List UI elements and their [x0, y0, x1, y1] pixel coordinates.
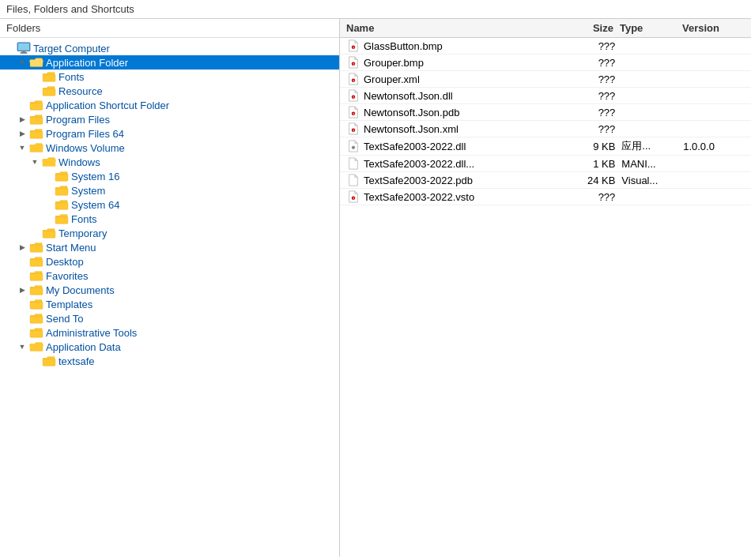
- file-icon: ?: [346, 89, 360, 102]
- svg-text:?: ?: [353, 80, 354, 83]
- expand-btn[interactable]: ▶: [16, 284, 28, 296]
- svg-rect-8: [30, 131, 43, 138]
- expand-btn[interactable]: [28, 85, 41, 97]
- expand-btn[interactable]: [41, 184, 54, 197]
- tree-item-application-data[interactable]: ▼ Application Data: [0, 340, 339, 354]
- expand-btn[interactable]: ▼: [16, 56, 28, 69]
- folder-icon: [28, 141, 44, 154]
- tree-item-label: Application Shortcut Folder: [44, 100, 169, 111]
- svg-rect-21: [43, 359, 55, 366]
- file-size: ???: [568, 57, 621, 69]
- table-row[interactable]: TextSafe2003-2022.dll9 KB应用...1.0.0.0: [340, 137, 751, 156]
- table-row[interactable]: ? Grouper.bmp???: [340, 54, 751, 71]
- main-container: Folders Target Computer▼ Application Fol…: [0, 19, 751, 557]
- tree-item-label: Fonts: [70, 213, 97, 225]
- tree-item-templates[interactable]: Templates: [0, 297, 339, 311]
- expand-btn[interactable]: ▶: [16, 241, 28, 254]
- expand-btn[interactable]: [16, 312, 28, 325]
- file-size: ???: [568, 90, 621, 102]
- col-size-header: Size: [565, 22, 620, 34]
- folder-icon: [28, 284, 44, 296]
- file-name: Grouper.bmp: [364, 57, 568, 69]
- tree-item-target-computer[interactable]: Target Computer: [0, 41, 339, 55]
- expand-btn[interactable]: ▼: [16, 141, 28, 154]
- folder-icon: [28, 326, 44, 339]
- table-row[interactable]: TextSafe2003-2022.pdb24 KBVisual...: [340, 172, 751, 189]
- file-icon: ?: [346, 122, 360, 135]
- expand-btn[interactable]: ▶: [16, 113, 28, 126]
- folder-icon: [28, 127, 44, 140]
- file-name: TextSafe2003-2022.dll: [364, 141, 568, 152]
- expand-btn[interactable]: [16, 99, 28, 111]
- file-size: ???: [568, 107, 621, 118]
- computer-icon: [16, 42, 32, 54]
- expand-btn[interactable]: [41, 170, 54, 182]
- tree-item-program-files[interactable]: ▶ Program Files: [0, 112, 339, 126]
- expand-btn[interactable]: [28, 227, 41, 239]
- expand-btn[interactable]: ▼: [16, 340, 28, 353]
- file-icon: [346, 140, 360, 152]
- tree-item-windows[interactable]: ▼ Windows: [0, 155, 339, 169]
- tree-item-system-64[interactable]: System 64: [0, 197, 339, 212]
- tree-item-start-menu[interactable]: ▶ Start Menu: [0, 240, 339, 254]
- tree-item-temporary[interactable]: Temporary: [0, 226, 339, 240]
- tree-item-send-to[interactable]: Send To: [0, 311, 339, 325]
- tree-item-resource[interactable]: Resource: [0, 84, 339, 98]
- file-size: 1 KB: [568, 158, 621, 170]
- folder-icon: [41, 70, 57, 83]
- expand-btn[interactable]: ▶: [16, 127, 28, 140]
- file-size: 9 KB: [568, 141, 621, 152]
- tree-item-administrative-tools[interactable]: Administrative Tools: [0, 325, 339, 340]
- folder-icon: [41, 156, 57, 168]
- table-row[interactable]: ? TextSafe2003-2022.vsto???: [340, 189, 751, 205]
- folder-icon: [28, 255, 44, 268]
- col-version-header: Version: [682, 22, 745, 34]
- tree-item-textsafe[interactable]: textsafe: [0, 354, 339, 368]
- expand-btn[interactable]: [16, 326, 28, 339]
- tree-item-fonts-win[interactable]: Fonts: [0, 212, 339, 226]
- expand-btn[interactable]: [16, 269, 28, 282]
- folder-icon: [41, 227, 57, 239]
- tree-item-windows-volume[interactable]: ▼ Windows Volume: [0, 141, 339, 155]
- svg-rect-17: [30, 288, 43, 295]
- table-row[interactable]: ? Newtonsoft.Json.pdb???: [340, 104, 751, 121]
- file-size: ???: [568, 73, 621, 85]
- expand-btn[interactable]: [16, 255, 28, 268]
- expand-btn[interactable]: [28, 70, 41, 83]
- expand-btn[interactable]: ▼: [28, 156, 41, 168]
- expand-btn[interactable]: [41, 198, 54, 211]
- expand-btn[interactable]: [41, 212, 54, 225]
- folder-icon: [41, 85, 57, 97]
- tree-item-system[interactable]: System: [0, 183, 339, 197]
- table-row[interactable]: ? Grouper.xml???: [340, 71, 751, 88]
- file-size: ???: [568, 40, 621, 52]
- svg-rect-6: [30, 103, 43, 110]
- expand-btn[interactable]: [28, 355, 41, 367]
- svg-rect-1: [18, 43, 29, 51]
- tree-item-application-shortcut-folder[interactable]: Application Shortcut Folder: [0, 98, 339, 112]
- tree-item-system-16[interactable]: System 16: [0, 169, 339, 183]
- tree-item-application-folder[interactable]: ▼ Application Folder: [0, 55, 339, 70]
- tree-item-program-files-64[interactable]: ▶ Program Files 64: [0, 126, 339, 141]
- folder-icon: [54, 198, 70, 211]
- tree-item-desktop[interactable]: Desktop: [0, 254, 339, 269]
- tree-item-fonts-sub[interactable]: Fonts: [0, 70, 339, 84]
- svg-text:?: ?: [353, 130, 354, 133]
- col-name-header: Name: [346, 22, 565, 34]
- table-row[interactable]: ? GlassButton.bmp???: [340, 38, 751, 54]
- tree-item-label: Administrative Tools: [44, 327, 137, 339]
- svg-text:?: ?: [353, 63, 354, 66]
- svg-rect-20: [30, 330, 43, 337]
- expand-btn[interactable]: [16, 298, 28, 310]
- table-row[interactable]: ? Newtonsoft.Json.dll???: [340, 88, 751, 104]
- expand-btn[interactable]: [3, 42, 16, 54]
- tree-item-label: Application Folder: [44, 57, 128, 69]
- svg-rect-7: [30, 117, 43, 124]
- table-row[interactable]: ? Newtonsoft.Json.xml???: [340, 121, 751, 137]
- tree-item-favorites[interactable]: Favorites: [0, 269, 339, 283]
- folder-icon: [28, 269, 44, 282]
- tree-item-label: Windows Volume: [44, 142, 125, 154]
- table-row[interactable]: TextSafe2003-2022.dll...1 KBMANI...: [340, 156, 751, 172]
- tree-item-my-documents[interactable]: ▶ My Documents: [0, 283, 339, 297]
- tree-item-label: Application Data: [44, 341, 121, 353]
